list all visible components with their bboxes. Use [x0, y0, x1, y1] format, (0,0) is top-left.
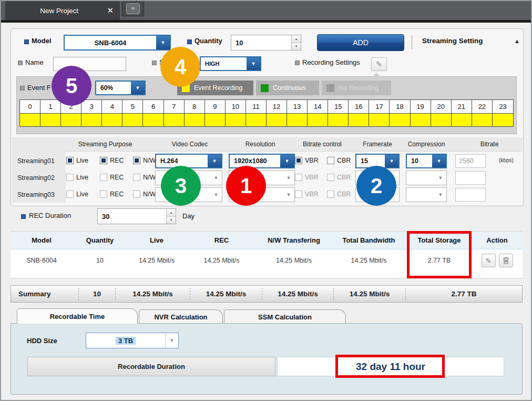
hour-schedule-grid[interactable]: 01 23 45 67 89 1011 1213 1415 1617 1819 … [19, 99, 514, 127]
recordable-time-panel: HDD Size 3 TB ▼ Recordable Duration 32 d… [11, 323, 523, 395]
model-dropdown[interactable]: SNB-6004 ▼ [64, 35, 171, 51]
live-checkbox[interactable]: Live [66, 174, 88, 181]
quantity-bullet-icon [187, 39, 192, 44]
chevron-down-icon: ▼ [432, 155, 446, 167]
cell-total-storage: 2.77 TB [407, 257, 472, 264]
plus-icon: + [126, 3, 140, 14]
rec-duration-input[interactable] [98, 209, 166, 224]
recordable-duration-value: 32 day 11 hour [277, 357, 504, 376]
model-value: SNB-6004 [65, 36, 156, 49]
mode-label: Continuous [273, 84, 306, 92]
header-model: Model [11, 236, 73, 244]
bitrate-field[interactable] [455, 188, 486, 202]
bitrate-field[interactable] [455, 171, 486, 185]
compression-dropdown[interactable]: ▼ [406, 171, 447, 185]
rec-checkbox[interactable]: REC [100, 191, 124, 198]
quantity-input[interactable] [231, 35, 291, 50]
hdd-size-value: 3 TB [86, 333, 165, 348]
cbr-checkbox[interactable]: CBR [327, 191, 351, 198]
recording-settings-label: Recording Settings [302, 58, 360, 66]
tab-recordable-time[interactable]: Recordable Time [17, 308, 138, 324]
pencil-icon: ✎ [486, 257, 492, 265]
gray-swatch-icon [326, 84, 334, 92]
vbr-checkbox[interactable]: VBR [295, 157, 319, 164]
name-label: Name [25, 58, 44, 66]
add-button[interactable]: ADD [317, 34, 404, 51]
hdd-size-dropdown[interactable]: 3 TB ▼ [86, 333, 179, 348]
cbr-checkbox[interactable]: CBR [327, 174, 351, 181]
green-swatch-icon [261, 84, 269, 92]
resolution-dropdown[interactable]: 1920x1080 ▼ [229, 154, 295, 168]
close-tab-icon[interactable]: ✕ [107, 6, 114, 15]
event-frequency-dropdown[interactable]: 60% ▼ [95, 81, 146, 95]
summary-label: Summary [11, 290, 78, 298]
live-checkbox[interactable]: Live [66, 157, 88, 164]
recordable-duration-header: Recordable Duration [27, 357, 275, 376]
summary-live: 14.25 Mbit/s [116, 290, 190, 298]
event-frequency-bullet-icon [20, 86, 25, 91]
nw-checkbox[interactable]: N/W [133, 191, 156, 198]
mode-label: No Recording [339, 84, 378, 92]
summary-rec: 14.25 Mbit/s [190, 290, 262, 298]
vbr-checkbox[interactable]: VBR [295, 174, 319, 181]
nw-checkbox[interactable]: N/W [133, 157, 156, 164]
hdd-size-label: HDD Size [27, 337, 57, 345]
compression-dropdown[interactable]: ▼ [406, 187, 447, 202]
col-framerate: Framerate [363, 141, 392, 148]
chevron-down-icon: ▼ [165, 333, 178, 348]
spinner-down-icon[interactable]: ▼ [292, 43, 301, 51]
cell-nw-transfering: 14.25 Mbit/s [257, 257, 331, 264]
rec-checkbox[interactable]: REC [100, 157, 124, 164]
continuous-mode-button[interactable]: Continuous [256, 81, 319, 95]
annotation-badge-4: 4 [160, 47, 200, 87]
spinner-up-icon[interactable]: ▲ [292, 35, 301, 43]
cbr-checkbox[interactable]: CBR [327, 157, 351, 164]
tab-ssm-calculation[interactable]: SSM Calculation [224, 309, 346, 324]
chevron-down-icon: ▼ [156, 36, 170, 49]
col-bitrate: Bitrate [480, 141, 499, 148]
cell-total-bandwidth: 14.25 Mbit/s [331, 257, 407, 264]
header-rec: REC [186, 236, 257, 244]
delete-row-button[interactable] [499, 254, 513, 267]
bitrate-field[interactable]: 2560 [455, 154, 486, 168]
tab-nvr-calculation[interactable]: NVR Calculation [139, 309, 223, 324]
recording-settings-edit-button[interactable]: ✎ [371, 57, 387, 71]
col-streaming-purpose: Streaming Purpose [78, 141, 132, 148]
cell-live: 14.25 Mbit/s [127, 257, 186, 264]
results-data-row: SNB-6004 10 14.25 Mbit/s 14.25 Mbit/s 14… [11, 249, 523, 272]
header-quantity: Quantity [73, 236, 127, 244]
header-live: Live [127, 236, 186, 244]
summary-total-bandwidth: 14.25 Mbit/s [334, 290, 405, 298]
spinner-down-icon[interactable]: ▼ [167, 217, 176, 224]
streaming-row-label: Streaming02 [17, 174, 55, 182]
new-tab-button[interactable]: + [122, 1, 144, 16]
quantity-stepper[interactable]: ▲ ▼ [231, 35, 301, 51]
quantity-spinner[interactable]: ▲ ▼ [291, 35, 301, 50]
edit-row-button[interactable]: ✎ [482, 254, 496, 267]
chevron-down-icon: ▼ [435, 188, 446, 202]
event-frequency-label: Event F [27, 84, 51, 92]
cell-model: SNB-6004 [11, 257, 73, 264]
rec-checkbox[interactable]: REC [100, 174, 124, 181]
cell-action: ✎ [472, 254, 523, 267]
camera-setting-panel: Model SNB-6004 ▼ Quantity ▲ ▼ ADD Stream… [11, 28, 524, 206]
rec-duration-spinner[interactable]: ▲ ▼ [166, 209, 176, 224]
tab-new-project[interactable]: New Project ✕ [5, 1, 120, 20]
collapse-arrow-icon[interactable]: ▲ [514, 38, 520, 44]
live-checkbox[interactable]: Live [66, 191, 88, 198]
vbr-checkbox[interactable]: VBR [295, 191, 319, 198]
chevron-down-icon: ▼ [385, 155, 398, 167]
rec-duration-stepper[interactable]: ▲ ▼ [97, 208, 176, 224]
header-total-storage: Total Storage [407, 236, 472, 244]
spinner-up-icon[interactable]: ▲ [167, 209, 176, 217]
nw-checkbox[interactable]: N/W [133, 174, 156, 181]
compression-dropdown[interactable]: 10 ▼ [406, 154, 447, 168]
annotation-badge-1: 1 [226, 166, 266, 206]
scenario-dropdown[interactable]: HIGH ▼ [200, 56, 261, 71]
codec-dropdown[interactable]: H.264 ▼ [155, 154, 222, 168]
streaming-row-label: Streaming01 [17, 157, 55, 165]
rec-duration-label: REC Duration [29, 212, 71, 219]
cell-rec: 14.25 Mbit/s [186, 257, 257, 264]
no-recording-mode-button[interactable]: No Recording [322, 81, 391, 95]
hour-schedule-cells[interactable] [20, 113, 513, 126]
